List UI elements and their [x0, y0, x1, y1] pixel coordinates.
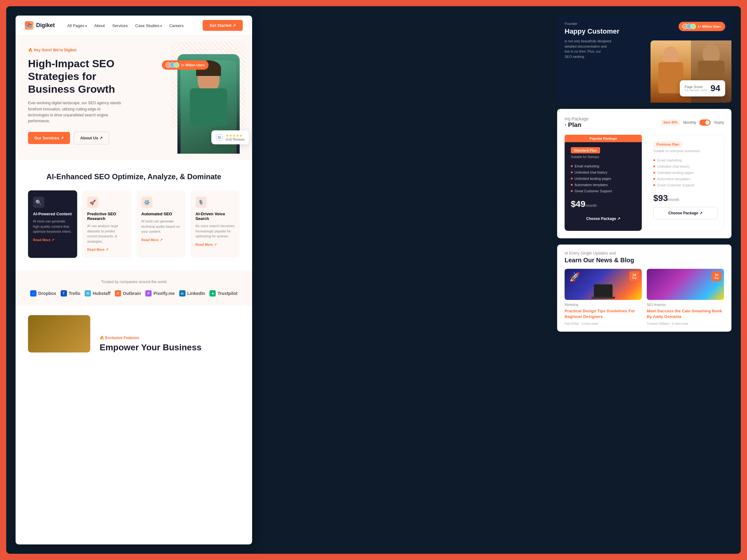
features-grid: 🔍 AI-Powered Content AI tools can genera…: [28, 190, 240, 258]
brand-pixelfy: P Pixelfy.me: [145, 290, 175, 296]
exclusive-badge: 🔥 Exclusive Features: [100, 336, 201, 340]
outbrain-icon: O: [115, 290, 121, 296]
feature-icon-2: ⚙️: [141, 196, 153, 208]
hubstaff-icon: H: [85, 290, 91, 296]
person-head: [198, 66, 220, 91]
pricing-card: ing Package · Plan Save 40% Monthly Year…: [557, 109, 731, 238]
logo-icon: 📚: [25, 21, 34, 30]
hero-image-area: 1+ Million Users G ★★★★★ (4.8) Reviews: [159, 42, 246, 154]
feature-item: Automation templates: [571, 182, 636, 188]
features-section: AI-Enhanced SEO Optimize, Analyze, & Dom…: [16, 160, 252, 270]
about-us-button[interactable]: About Us ↗: [74, 132, 109, 144]
feature-name-0: AI-Powered Content: [33, 212, 72, 216]
billing-toggle[interactable]: [699, 119, 711, 126]
read-more-0[interactable]: Read More ↗: [33, 238, 72, 242]
page-score-badge: Page Score 1st January, 2023 94: [680, 80, 725, 97]
navbar: 📚 Digiket All Pages About Services Case …: [16, 16, 252, 35]
feature-card-0: 🔍 AI-Powered Content AI tools can genera…: [28, 190, 77, 258]
feature-item: Email marketing: [571, 163, 636, 169]
feature-icon-0: 🔍: [33, 196, 44, 208]
customer-text: is not only beautifully designeddetailed…: [565, 38, 646, 59]
our-services-button[interactable]: Our Services ↗: [28, 132, 70, 144]
feature-card-3: 🎙️ AI-Driven Voice Search As voice searc…: [190, 190, 240, 258]
standard-plan-card: Popular Package Standard Plan Suitable f…: [565, 135, 642, 231]
nav-item-casestudies[interactable]: Case Studies: [135, 23, 162, 28]
feature-item: Unlimited landing pages: [571, 176, 636, 182]
blog-category-0: Marketing: [565, 303, 642, 306]
premium-plan-subtitle: Suitable for enterprise businesses: [653, 149, 717, 153]
trello-icon: T: [61, 290, 67, 296]
standard-features: Email marketing Unlimited chat history U…: [571, 163, 636, 194]
seo-rocket-icon: 🚀: [569, 272, 580, 282]
blog-posts: 🚀 28 Sep Marketing Practical Design Tips…: [565, 269, 724, 325]
read-more-1[interactable]: Read More ↗: [87, 248, 126, 252]
premium-choose-button[interactable]: Choose Package ↗: [653, 207, 717, 219]
feature-card-2: ⚙️ Automated SEO AI tools can generate t…: [136, 190, 185, 258]
hero-users-badge: 1+ Million Users: [162, 60, 209, 70]
read-more-2[interactable]: Read More ↗: [141, 238, 181, 242]
standard-price: $49/month: [571, 199, 636, 209]
bottom-section: 🔥 Exclusive Features Empower Your Busine…: [16, 306, 252, 359]
feature-item: Email marketing: [653, 157, 717, 163]
avatar-3: [174, 62, 179, 68]
pricing-header: ing Package · Plan Save 40% Monthly Year…: [565, 116, 724, 129]
blog-post-0: 🚀 28 Sep Marketing Practical Design Tips…: [565, 269, 642, 325]
bottom-image: [28, 315, 90, 352]
feature-desc-0: AI tools can generate high quality conte…: [33, 219, 72, 234]
monthly-label: Monthly: [683, 121, 696, 125]
blog-category-1: SEO Analysis: [647, 303, 724, 306]
bottom-content: 🔥 Exclusive Features Empower Your Busine…: [100, 336, 201, 352]
feature-item: Unlimited chat history: [571, 169, 636, 176]
logo[interactable]: 📚 Digiket: [25, 21, 55, 30]
users-avatars: [165, 62, 179, 68]
blog-post-1: 30 Sep SEO Analysis Meet Success the Cal…: [647, 269, 724, 325]
nav-item-allpages[interactable]: All Pages: [67, 23, 87, 28]
read-more-3[interactable]: Read More ↗: [196, 243, 235, 247]
feature-item: Great Customer Support: [653, 182, 717, 188]
feature-desc-1: AI can analyze large datasets to predict…: [87, 223, 126, 244]
feature-name-2: Automated SEO: [141, 212, 181, 216]
blog-post-title-0[interactable]: Practical Design Tips Guidelines For Beg…: [565, 308, 642, 320]
blog-card: et Every Single Updates and Learn Our Ne…: [557, 244, 731, 331]
standard-plan-name: Standard Plan: [571, 147, 600, 153]
brand-logos: □ Dropbox T Trello H Hubstaff O Outbrain…: [28, 290, 240, 296]
feature-icon-3: 🎙️: [196, 196, 207, 208]
brand-linkedin: in LinkedIn: [179, 290, 205, 296]
brand-outbrain: O Outbrain: [115, 290, 141, 296]
google-rating: G ★★★★★ (4.8) Reviews: [211, 130, 249, 144]
feature-card-1: 🚀 Predictive SEO Research AI can analyze…: [82, 190, 131, 258]
pricing-title: · Plan: [565, 121, 589, 129]
page-score-date: 1st January, 2023: [685, 89, 707, 92]
blog-post-title-1[interactable]: Meet Success the Cale Smashing Book By A…: [647, 308, 724, 320]
dropbox-icon: □: [30, 290, 36, 296]
standard-plan-subtitle: Suitable for Startups: [571, 155, 636, 159]
trusted-title: Trusted by companies around the world: [28, 280, 240, 284]
feature-item: Great Customer Support: [571, 188, 636, 194]
hero-description: Ever-evolving digital landscape, our SEO…: [28, 100, 121, 124]
popular-label: Popular Package: [565, 135, 642, 142]
blog-date-0: 28 Sep: [629, 271, 639, 281]
feature-item: Unlimited chat history: [653, 163, 717, 169]
feature-name-3: AI-Driven Voice Search: [196, 212, 235, 221]
nav-item-about[interactable]: About: [94, 23, 105, 28]
feature-desc-3: As voice search becomes increasingly pop…: [196, 223, 235, 239]
rating-stars: ★★★★★: [226, 133, 244, 138]
blog-post-info-1: SEO Analysis Meet Success the Cale Smash…: [647, 300, 724, 325]
blog-author-1: Crimson William · 5 mins read: [647, 322, 724, 325]
customer-card: 1+ Million Users Founder Happy Customer …: [557, 16, 731, 103]
blog-thumb-1: 30 Sep: [647, 269, 724, 300]
users-count: 1+ Million Users: [181, 63, 205, 67]
page-score-number: 94: [711, 83, 720, 93]
nav-item-careers[interactable]: Careers: [169, 23, 184, 28]
blog-title: Learn Our News & Blog: [565, 257, 724, 264]
rating-text: (4.8) Reviews: [226, 138, 244, 141]
blog-date-1: 30 Sep: [712, 271, 721, 281]
standard-choose-button[interactable]: Choose Package ↗: [571, 213, 636, 224]
bottom-title: Empower Your Business: [100, 343, 201, 352]
save-badge: Save 40%: [661, 119, 680, 125]
nav-item-services[interactable]: Services: [112, 23, 128, 28]
get-started-button[interactable]: Get Started ↗: [203, 20, 243, 31]
person-body: [190, 88, 227, 126]
laptop-icon: [594, 284, 613, 297]
blog-thumb-0: 🚀 28 Sep: [565, 269, 642, 300]
